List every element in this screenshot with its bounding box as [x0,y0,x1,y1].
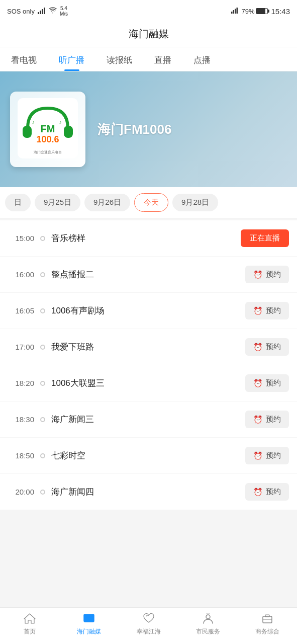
xingfu-label: 幸福江海 [137,627,161,636]
live-button[interactable]: 正在直播 [241,229,289,247]
program-name: 音乐榜样 [51,232,235,244]
tab-vod[interactable]: 点播 [182,47,222,71]
program-name: 1006大联盟三 [51,377,239,389]
program-time: 16:00 [8,270,34,279]
home-icon [23,612,37,626]
reserve-button[interactable]: ⏰ 预约 [245,266,289,283]
program-name: 海广新闻四 [51,486,239,498]
program-time: 16:05 [8,306,34,315]
business-label: 商务综合 [255,627,279,636]
program-action: ⏰ 预约 [245,338,289,356]
table-row: 20:00 海广新闻四 ⏰ 预约 [0,474,297,510]
status-right: 79% 15:43 [231,7,290,16]
program-action: ⏰ 预约 [245,447,289,464]
table-row: 16:00 整点播报二 ⏰ 预约 [0,257,297,293]
date-tabs: 日 9月25日 9月26日 今天 9月28日 [0,187,297,218]
sidebar-item-service[interactable]: 市民服务 [178,612,238,636]
table-row: 16:05 1006有声剧场 ⏰ 预约 [0,293,297,329]
battery-icon [256,8,268,14]
reserve-button[interactable]: ⏰ 预约 [245,411,289,428]
tab-live[interactable]: 直播 [143,47,182,71]
date-tab-sep25[interactable]: 9月25日 [35,194,80,211]
sidebar-item-business[interactable]: 商务综合 [238,612,297,636]
sidebar-item-home[interactable]: 首页 [0,612,59,636]
signal-bars-icon [231,8,238,15]
svg-rect-0 [38,12,39,14]
tab-listen-radio[interactable]: 听广播 [48,47,95,71]
haimei-icon [82,612,96,626]
svg-rect-6 [235,9,236,14]
clock-icon: ⏰ [253,343,263,352]
sidebar-item-haimei[interactable]: 海门融媒 [59,612,119,636]
program-dot [40,236,45,241]
program-time: 17:00 [8,343,34,351]
table-row: 18:20 1006大联盟三 ⏰ 预约 [0,365,297,401]
program-name: 海广新闻三 [51,414,239,425]
program-time: 18:30 [8,415,34,424]
date-tab-today[interactable]: 今天 [134,193,168,212]
app-title: 海门融媒 [129,28,169,39]
program-name: 1006有声剧场 [51,305,239,316]
program-time: 18:50 [8,451,34,460]
program-time: 20:00 [8,488,34,496]
program-action: 正在直播 [241,229,289,247]
clock-icon: ⏰ [253,415,263,424]
date-tab-sep28[interactable]: 9月28日 [172,194,218,211]
clock-icon: ⏰ [253,488,263,497]
svg-rect-9 [23,126,32,138]
service-icon [201,612,215,626]
wifi-icon [49,7,57,16]
reserve-button[interactable]: ⏰ 预约 [245,483,289,501]
clock-icon: ⏰ [253,306,263,315]
svg-rect-4 [231,12,233,14]
program-name: 我爱下班路 [51,341,239,353]
svg-point-18 [206,615,210,619]
svg-rect-1 [40,11,41,14]
program-dot [40,381,45,386]
program-dot [40,453,45,458]
sidebar-item-xingfu[interactable]: 幸福江海 [119,612,178,636]
svg-rect-2 [42,9,43,14]
reserve-button[interactable]: ⏰ 预约 [245,374,289,392]
table-row: 15:00 音乐榜样 正在直播 [0,220,297,257]
program-action: ⏰ 预约 [245,374,289,392]
tab-watch-tv[interactable]: 看电视 [0,47,48,71]
svg-rect-3 [44,8,45,14]
program-dot [40,417,45,422]
business-icon [260,612,274,626]
date-tab-sep26[interactable]: 9月26日 [84,194,130,211]
tab-read-news[interactable]: 读报纸 [95,47,143,71]
speed-indicator: 5.4 M/s [60,6,68,17]
svg-text:FM: FM [41,123,55,134]
home-label: 首页 [24,627,36,636]
program-dot [40,490,45,495]
svg-rect-5 [233,10,235,14]
radio-logo: FM 100.6 海门交通音乐电台 ♪ ♪ [10,92,85,167]
clock-icon: ⏰ [253,379,263,388]
reserve-button[interactable]: ⏰ 预约 [245,302,289,319]
table-row: 18:30 海广新闻三 ⏰ 预约 [0,401,297,438]
svg-rect-10 [64,126,73,138]
signal-icon [38,7,46,16]
svg-text:♪: ♪ [32,119,35,126]
svg-text:100.6: 100.6 [36,134,59,144]
clock-icon: ⏰ [253,451,263,460]
program-name: 七彩时空 [51,450,239,461]
table-row: 17:00 我爱下班路 ⏰ 预约 [0,329,297,365]
program-dot [40,308,45,313]
date-tab-prev-prev[interactable]: 日 [5,194,31,211]
program-time: 15:00 [8,234,34,243]
program-time: 18:20 [8,379,34,387]
program-action: ⏰ 预约 [245,483,289,501]
svg-text:海门交通音乐电台: 海门交通音乐电台 [34,150,62,154]
reserve-button[interactable]: ⏰ 预约 [245,338,289,356]
program-dot [40,272,45,277]
tab-navigation: 看电视 听广播 读报纸 直播 点播 [0,47,297,71]
battery-block: 79% [241,8,268,15]
program-action: ⏰ 预约 [245,411,289,428]
program-list: 15:00 音乐榜样 正在直播 16:00 整点播报二 ⏰ 预约 16:05 1… [0,220,297,510]
status-bar: SOS only 5.4 M/s [0,0,297,22]
program-action: ⏰ 预约 [245,266,289,283]
reserve-button[interactable]: ⏰ 预约 [245,447,289,464]
program-dot [40,345,45,350]
